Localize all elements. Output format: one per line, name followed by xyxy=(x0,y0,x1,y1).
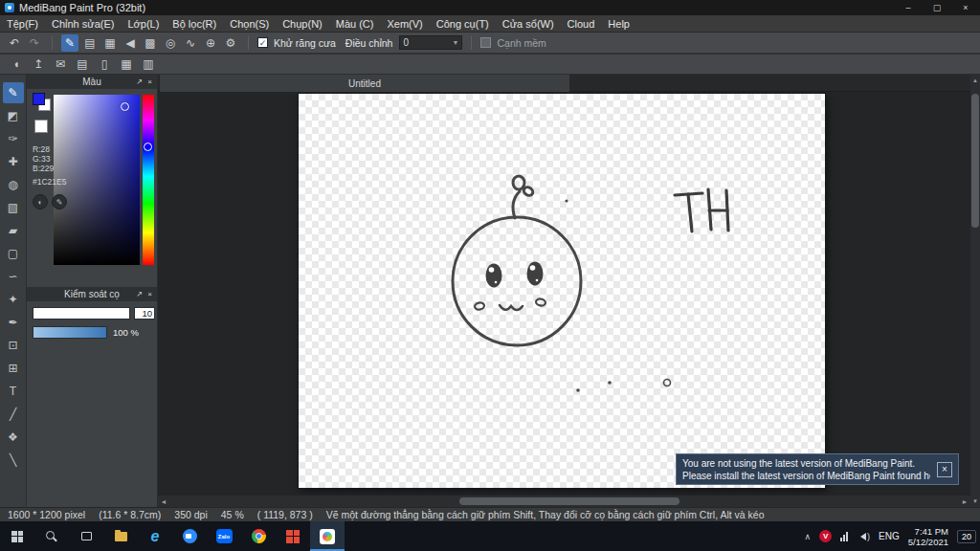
hue-slider[interactable] xyxy=(143,95,154,265)
scroll-down-icon[interactable]: ▼ xyxy=(970,496,980,507)
tool-lasso[interactable]: ∽ xyxy=(3,266,24,287)
tool-operation[interactable]: ⊞ xyxy=(3,358,24,379)
hue-marker[interactable] xyxy=(144,143,152,151)
foreground-color-swatch[interactable] xyxy=(33,93,45,105)
menu-capture[interactable]: Chụp(N) xyxy=(276,15,329,33)
maximize-button[interactable]: ▢ xyxy=(923,0,951,15)
transparent-color-swatch[interactable] xyxy=(34,120,48,133)
close-icon[interactable]: × xyxy=(145,290,155,298)
antivirus-icon[interactable]: V xyxy=(819,530,832,542)
menu-select[interactable]: Chọn(S) xyxy=(223,15,276,33)
vertical-scroll-thumb[interactable] xyxy=(971,94,979,228)
droplet-icon[interactable]: ◖ xyxy=(8,55,25,73)
tool-brush[interactable]: ✎ xyxy=(3,82,24,103)
notification-line1: You are not using the latest version of … xyxy=(682,457,930,470)
comment-icon[interactable]: ✉ xyxy=(52,55,69,73)
grid-icon[interactable]: ▦ xyxy=(101,34,119,52)
document-icon[interactable]: ▯ xyxy=(96,55,113,73)
notification-count-badge[interactable]: 20 xyxy=(957,530,976,543)
popout-icon[interactable]: ↗ xyxy=(134,77,145,86)
menu-layer[interactable]: Lớp(L) xyxy=(121,15,166,33)
tool-select-pen[interactable]: ✒ xyxy=(3,312,24,333)
brush-size-slider[interactable] xyxy=(33,307,130,320)
tool-hand[interactable]: ❖ xyxy=(3,427,24,448)
volume-icon[interactable]: ) xyxy=(857,532,870,541)
red-app-button[interactable] xyxy=(276,521,310,551)
sv-marker[interactable] xyxy=(121,102,129,111)
antialias-checkbox[interactable]: ✓ xyxy=(257,37,268,48)
file-explorer-button[interactable] xyxy=(103,521,138,551)
panels-icon[interactable]: ▤ xyxy=(74,55,91,73)
network-icon[interactable] xyxy=(840,532,848,541)
zoom-button[interactable] xyxy=(172,521,207,551)
tool-gradient[interactable]: ▰ xyxy=(3,220,24,241)
menu-edit[interactable]: Chỉnh sửa(E) xyxy=(45,15,121,33)
rings-icon[interactable]: ◎ xyxy=(162,34,179,52)
taskbar-search-button[interactable] xyxy=(34,521,69,551)
color-edit-icon[interactable]: ✎ xyxy=(52,194,67,209)
tool-select[interactable]: ▢ xyxy=(3,243,24,264)
tool-bucket[interactable]: ▧ xyxy=(3,197,24,218)
tool-dot-pen[interactable]: ✑ xyxy=(3,128,24,149)
app-icon xyxy=(5,3,14,12)
menu-tools[interactable]: Công cụ(T) xyxy=(430,15,496,33)
close-button[interactable]: × xyxy=(951,0,980,15)
taskbar-clock[interactable]: 7:41 PM 5/12/2021 xyxy=(908,526,948,547)
edge-button[interactable]: e xyxy=(138,521,172,551)
back-icon[interactable]: ◀ xyxy=(122,34,139,52)
vertical-scrollbar[interactable]: ▲ ▼ xyxy=(970,75,980,507)
language-indicator[interactable]: ENG xyxy=(879,531,900,541)
soft-edge-checkbox[interactable] xyxy=(480,37,491,48)
mesh-icon[interactable]: ▩ xyxy=(142,34,159,52)
layout-icon[interactable]: ▥ xyxy=(140,55,157,73)
tray-chevron-icon[interactable]: ∧ xyxy=(804,532,811,541)
start-button[interactable] xyxy=(0,521,34,551)
tool-eyedropper[interactable]: ╱ xyxy=(3,404,24,425)
menu-cloud[interactable]: Cloud xyxy=(561,15,602,33)
brush-mode-icon[interactable]: ✎ xyxy=(61,34,78,52)
target-icon[interactable]: ⊕ xyxy=(202,34,219,52)
menu-file[interactable]: Tệp(F) xyxy=(0,15,45,33)
menu-view[interactable]: Xem(V) xyxy=(380,15,429,33)
publish-icon[interactable]: ↥ xyxy=(30,55,47,73)
materials-icon[interactable]: ▦ xyxy=(118,55,135,73)
tool-select-eraser[interactable]: ⊡ xyxy=(3,335,24,356)
curve-icon[interactable]: ∿ xyxy=(182,34,199,52)
redo-icon[interactable]: ↷ xyxy=(26,34,43,52)
undo-icon[interactable]: ↶ xyxy=(6,34,23,52)
task-view-button[interactable] xyxy=(69,521,103,551)
correction-dropdown[interactable]: 0 ▼ xyxy=(399,35,462,50)
close-icon[interactable]: × xyxy=(145,77,155,86)
scroll-up-icon[interactable]: ▲ xyxy=(970,75,980,86)
menu-help[interactable]: Help xyxy=(601,15,636,33)
tool-fill[interactable]: ◍ xyxy=(3,174,24,195)
scroll-left-icon[interactable]: ◄ xyxy=(158,496,169,507)
chrome-button[interactable] xyxy=(241,521,276,551)
brush-size-value[interactable]: 10 xyxy=(134,307,155,320)
palette-icon[interactable]: ◐ xyxy=(33,194,48,209)
zalo-button[interactable]: Zalo xyxy=(207,521,241,551)
minimize-button[interactable]: – xyxy=(894,0,923,15)
drawing-canvas[interactable] xyxy=(299,94,825,488)
menu-window[interactable]: Cửa sổ(W) xyxy=(496,15,561,33)
horizontal-scrollbar[interactable]: ◄ ► xyxy=(158,496,970,507)
tool-magic-wand[interactable]: ✦ xyxy=(3,289,24,310)
settings-gear-icon[interactable]: ⚙ xyxy=(222,34,239,52)
tool-eraser[interactable]: ◩ xyxy=(3,105,24,126)
document-tab[interactable]: Untitled xyxy=(160,75,569,92)
notification-line2[interactable]: Please install the latest version of Med… xyxy=(682,470,930,482)
horizontal-scroll-thumb[interactable] xyxy=(459,497,679,505)
tool-move[interactable]: ✚ xyxy=(3,151,24,172)
notification-close-icon[interactable]: × xyxy=(937,462,952,477)
scroll-right-icon[interactable]: ► xyxy=(959,496,970,507)
saturation-value-picker[interactable] xyxy=(54,95,140,265)
menu-filter[interactable]: Bộ lọc(R) xyxy=(166,15,223,33)
menu-color[interactable]: Màu (C) xyxy=(329,15,381,33)
medibang-taskbar-button[interactable] xyxy=(310,521,345,551)
tool-divide[interactable]: ╲ xyxy=(3,450,24,471)
tool-text[interactable]: T xyxy=(3,381,24,402)
popout-icon[interactable]: ↗ xyxy=(134,290,145,298)
status-size-cm: (11.6 * 8.7cm) xyxy=(99,509,161,520)
brush-opacity-slider[interactable] xyxy=(33,326,107,339)
lines-icon[interactable]: ▤ xyxy=(81,34,99,52)
